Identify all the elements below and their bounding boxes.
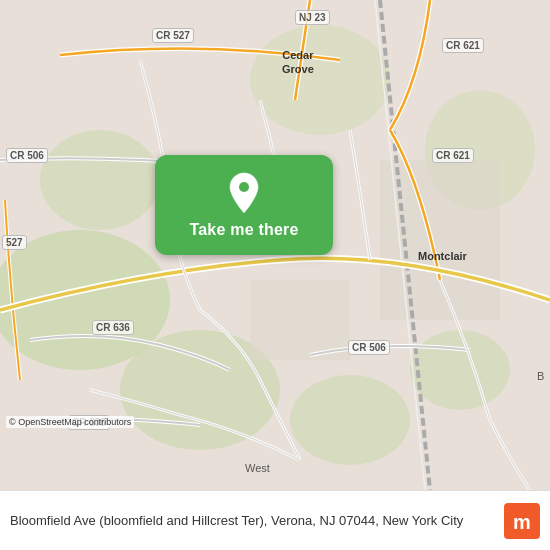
road-label-cr621a: CR 621 [442,38,484,53]
moovit-icon: m [504,503,540,539]
road-label-527b: 527 [2,235,27,250]
svg-point-3 [290,375,410,465]
road-label-cr506b: CR 506 [348,340,390,355]
svg-text:m: m [513,511,531,533]
address-text: Bloomfield Ave (bloomfield and Hillcrest… [10,513,504,528]
road-label-cr506: CR 506 [6,148,48,163]
svg-point-4 [410,330,510,410]
footer: Bloomfield Ave (bloomfield and Hillcrest… [0,490,550,550]
map-container: CR 527 NJ 23 CR 621 CR 506 CR 621 527 CR… [0,0,550,490]
place-label-cedar-grove: CedarGrove [282,48,314,77]
place-label-b: B [537,370,544,382]
svg-point-6 [250,25,390,135]
road-label-cr636a: CR 636 [92,320,134,335]
road-label-cr527: CR 527 [152,28,194,43]
road-label-nj23: NJ 23 [295,10,330,25]
place-label-montclair: Montclair [418,250,467,262]
svg-point-14 [239,182,249,192]
location-pin-icon [226,171,262,215]
place-label-west: West [245,462,270,474]
take-me-there-label: Take me there [189,221,298,239]
take-me-there-button[interactable]: Take me there [155,155,333,255]
svg-rect-9 [250,280,350,360]
openstreetmap-credit: © OpenStreetMap contributors [6,416,134,428]
svg-point-5 [40,130,160,230]
road-label-cr621b: CR 621 [432,148,474,163]
moovit-logo: m [504,503,540,539]
